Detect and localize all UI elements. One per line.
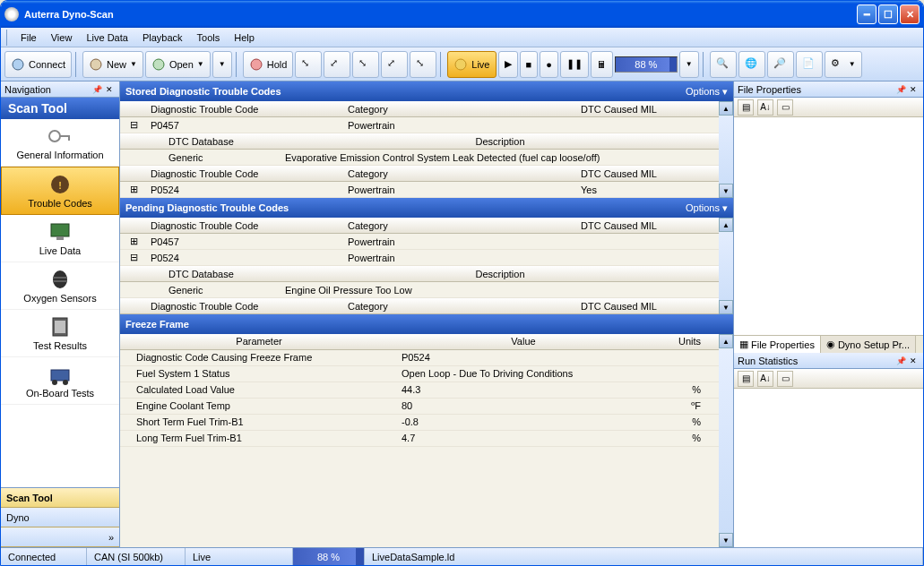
tool-button-3[interactable]: 🔎 (767, 51, 794, 78)
table-row[interactable]: ⊞ P0524 Powertrain Yes (120, 182, 719, 198)
table-row[interactable]: Diagnostic Code Causing Freeze FrameP052… (120, 350, 719, 366)
col-header-category[interactable]: Category (344, 102, 577, 116)
table-row[interactable]: ⊟ P0524 Powertrain (120, 250, 719, 266)
pin-button[interactable]: 📌 (894, 83, 907, 96)
tool-button-1[interactable]: 🔍 (710, 51, 737, 78)
collapse-icon[interactable]: ⊟ (120, 250, 147, 265)
sort-button[interactable]: A↓ (757, 371, 773, 387)
pin-button[interactable]: 📌 (894, 355, 907, 367)
nav-item-test-results[interactable]: Test Results (1, 310, 119, 357)
connect-button[interactable]: Connect (4, 51, 72, 78)
col-header-parameter[interactable]: Parameter (120, 334, 398, 349)
table-row[interactable]: Generic Evaporative Emission Control Sys… (120, 150, 719, 166)
play-button[interactable]: ▶ (498, 51, 518, 78)
col-header-dtc[interactable]: Diagnostic Trouble Code (147, 167, 344, 181)
panel-close-button[interactable]: ✕ (907, 355, 920, 367)
menu-live-data[interactable]: Live Data (79, 30, 134, 45)
expand-icon[interactable]: ⊞ (120, 234, 147, 249)
options-button[interactable]: Options ▾ (686, 86, 728, 98)
grip-icon[interactable] (6, 30, 10, 46)
col-header-mil[interactable]: DTC Caused MIL (577, 102, 719, 116)
categorize-button[interactable]: ▤ (738, 371, 754, 387)
pin-button[interactable]: 📌 (91, 83, 103, 96)
nav-tab-scan-tool[interactable]: Scan Tool (1, 488, 119, 508)
open-dropdown-button[interactable]: ▼ (212, 51, 232, 78)
scroll-up-icon[interactable]: ▲ (719, 334, 733, 348)
page-button[interactable]: ▭ (777, 99, 793, 116)
pause-button[interactable]: ❚❚ (560, 51, 589, 78)
stop-button[interactable]: ■ (520, 51, 539, 78)
nav-tab-expand[interactable]: » (1, 527, 119, 547)
expand-icon[interactable]: ⊞ (120, 182, 147, 197)
arrows-button-5[interactable]: ⤡ (410, 51, 436, 78)
titlebar[interactable]: Auterra Dyno-Scan ━ ☐ ✕ (1, 1, 923, 28)
arrows-button-1[interactable]: ⤡ (295, 51, 322, 78)
nav-item-oxygen-sensors[interactable]: Oxygen Sensors (1, 262, 119, 310)
table-row[interactable]: Short Term Fuel Trim-B1-0.8% (120, 415, 719, 431)
scroll-down-icon[interactable]: ▼ (719, 300, 733, 314)
panel-close-button[interactable]: ✕ (907, 83, 920, 96)
panel-close-button[interactable]: ✕ (103, 83, 116, 96)
tab-file-properties[interactable]: ▦File Properties (734, 336, 821, 353)
col-header-database[interactable]: DTC Database (165, 134, 281, 149)
table-row[interactable]: Engine Coolant Temp80ºF (120, 399, 719, 415)
new-button[interactable]: New ▼ (82, 51, 143, 78)
nav-item-trouble-codes[interactable]: ! Trouble Codes (1, 167, 119, 215)
col-header-dtc[interactable]: Diagnostic Trouble Code (147, 219, 344, 233)
scrollbar[interactable]: ▲ ▼ (719, 334, 733, 547)
scroll-down-icon[interactable]: ▼ (719, 184, 733, 198)
col-header-mil[interactable]: DTC Caused MIL (577, 299, 719, 313)
menu-file[interactable]: File (13, 30, 44, 45)
table-row[interactable]: Calculated Load Value44.3% (120, 382, 719, 399)
nav-tab-dyno[interactable]: Dyno (1, 508, 119, 527)
menu-tools[interactable]: Tools (190, 30, 228, 45)
settings-button[interactable]: ⚙▼ (825, 51, 862, 78)
scrollbar[interactable]: ▲ ▼ (719, 218, 733, 314)
arrows-button-2[interactable]: ⤢ (324, 51, 350, 78)
tool-button-2[interactable]: 🌐 (738, 51, 765, 78)
categorize-button[interactable]: ▤ (738, 99, 754, 116)
counter-button[interactable]: 🖩 (591, 51, 613, 78)
page-button[interactable]: ▭ (777, 371, 793, 387)
hold-button[interactable]: Hold (243, 51, 294, 78)
col-header-dtc[interactable]: Diagnostic Trouble Code (147, 102, 344, 116)
menu-view[interactable]: View (44, 30, 80, 45)
col-header-units[interactable]: Units (649, 334, 719, 349)
col-header-mil[interactable]: DTC Caused MIL (577, 167, 719, 181)
menu-help[interactable]: Help (227, 30, 262, 45)
arrows-button-3[interactable]: ⤡ (352, 51, 379, 78)
col-header-mil[interactable]: DTC Caused MIL (577, 219, 719, 233)
nav-item-live-data[interactable]: Live Data (1, 215, 119, 262)
scrollbar[interactable]: ▲ ▼ (719, 101, 733, 198)
menu-playback[interactable]: Playback (135, 30, 190, 45)
table-row[interactable]: Generic Engine Oil Pressure Too Low (120, 282, 719, 298)
record-button[interactable]: ● (540, 51, 558, 78)
sort-button[interactable]: A↓ (757, 99, 773, 116)
minimize-button[interactable]: ━ (857, 4, 877, 24)
col-header-category[interactable]: Category (344, 299, 577, 313)
table-row[interactable]: ⊞ P0457 Powertrain (120, 234, 719, 250)
tool-button-4[interactable]: 📄 (796, 51, 823, 78)
options-button[interactable]: Options ▾ (686, 202, 728, 214)
maximize-button[interactable]: ☐ (878, 4, 898, 24)
table-row[interactable]: Fuel System 1 StatusOpen Loop - Due To D… (120, 366, 719, 382)
close-button[interactable]: ✕ (900, 4, 920, 24)
nav-item-onboard-tests[interactable]: On-Board Tests (1, 357, 119, 405)
nav-item-general-information[interactable]: General Information (1, 119, 119, 167)
scroll-up-icon[interactable]: ▲ (719, 101, 733, 116)
col-header-value[interactable]: Value (398, 334, 649, 349)
live-button[interactable]: Live (447, 51, 496, 78)
col-header-description[interactable]: Description (281, 134, 719, 149)
collapse-icon[interactable]: ⊟ (120, 117, 147, 133)
col-header-database[interactable]: DTC Database (165, 267, 281, 281)
col-header-dtc[interactable]: Diagnostic Trouble Code (147, 299, 344, 313)
open-button[interactable]: Open ▼ (145, 51, 211, 78)
col-header-category[interactable]: Category (344, 219, 577, 233)
tab-dyno-setup[interactable]: ◉Dyno Setup Pr... (821, 336, 916, 353)
table-row[interactable]: ⊟ P0457 Powertrain (120, 117, 719, 133)
scroll-down-icon[interactable]: ▼ (719, 533, 733, 547)
progress-dropdown[interactable]: ▼ (679, 51, 699, 78)
col-header-category[interactable]: Category (344, 167, 577, 181)
table-row[interactable]: Long Term Fuel Trim-B14.7% (120, 431, 719, 447)
scroll-up-icon[interactable]: ▲ (719, 218, 733, 232)
